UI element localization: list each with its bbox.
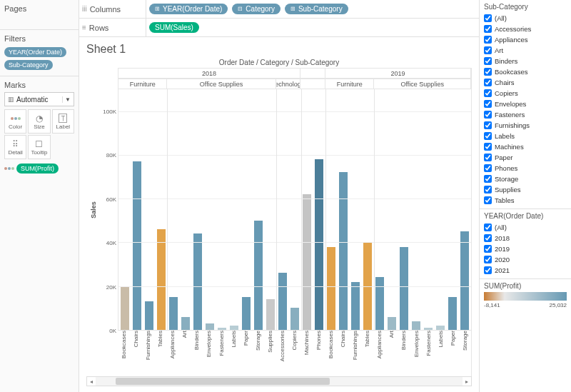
- subcategory-item[interactable]: Envelopes: [484, 99, 567, 109]
- mark-detail-button[interactable]: ⠿Detail: [4, 135, 26, 159]
- y-tick-label: 80K: [106, 152, 116, 159]
- checkbox[interactable]: [484, 186, 492, 194]
- subcategory-item[interactable]: Furnishings: [484, 120, 567, 131]
- pages-shelf[interactable]: Pages: [0, 0, 79, 30]
- checkbox[interactable]: [484, 175, 492, 183]
- year-item[interactable]: (All): [484, 222, 567, 233]
- checkbox[interactable]: [484, 68, 492, 76]
- bar[interactable]: [327, 247, 335, 330]
- year-item[interactable]: 2020: [484, 254, 567, 265]
- checkbox[interactable]: [484, 143, 492, 151]
- scroll-thumb[interactable]: [116, 378, 330, 385]
- checkbox[interactable]: [484, 234, 492, 242]
- bar[interactable]: [375, 277, 384, 330]
- year-item[interactable]: 2021: [484, 265, 567, 276]
- checkbox[interactable]: [484, 57, 492, 65]
- checkbox[interactable]: [484, 245, 492, 253]
- subcategory-item[interactable]: Bookcases: [484, 66, 567, 77]
- subcategory-item[interactable]: Fasteners: [484, 109, 567, 120]
- year-item[interactable]: 2019: [484, 243, 567, 254]
- subcategory-item[interactable]: Paper: [484, 152, 567, 163]
- bar[interactable]: [157, 229, 166, 330]
- scroll-left-icon[interactable]: ◂: [87, 378, 96, 385]
- checkbox[interactable]: [484, 111, 492, 119]
- subcategory-item[interactable]: Supplies: [484, 184, 567, 195]
- checkbox-label: Art: [495, 46, 503, 54]
- subcategory-item[interactable]: Phones: [484, 163, 567, 174]
- checkbox-label: Binders: [495, 57, 517, 65]
- subcategory-item[interactable]: Copiers: [484, 88, 567, 99]
- bar[interactable]: [121, 286, 129, 330]
- subcategory-item[interactable]: Binders: [484, 56, 567, 66]
- checkbox[interactable]: [484, 79, 492, 86]
- checkbox[interactable]: [484, 46, 492, 54]
- columns-shelf[interactable]: iiiColumns ⊞YEAR(Order Date)⊟Category⊞Su…: [79, 0, 479, 19]
- subcategory-item[interactable]: Accessories: [484, 24, 567, 34]
- checkbox[interactable]: [484, 266, 492, 274]
- subcategory-item[interactable]: Storage: [484, 174, 567, 184]
- subcategory-item[interactable]: Machines: [484, 141, 567, 152]
- rows-shelf[interactable]: ≡Rows SUM(Sales): [79, 19, 479, 37]
- bar[interactable]: [266, 299, 275, 330]
- scroll-track[interactable]: [96, 377, 463, 386]
- bar[interactable]: [242, 297, 251, 330]
- bar[interactable]: [303, 194, 311, 330]
- filter-pill[interactable]: YEAR(Order Date): [4, 47, 66, 57]
- bar[interactable]: [400, 247, 408, 330]
- column-pill[interactable]: ⊟Category: [232, 4, 281, 14]
- bar[interactable]: [315, 159, 323, 330]
- bar[interactable]: [193, 233, 202, 330]
- checkbox[interactable]: [484, 36, 492, 44]
- mark-type-dropdown[interactable]: ▥ Automatic ▼: [4, 92, 74, 106]
- filter-pill[interactable]: Sub-Category: [4, 60, 53, 70]
- subcategory-item[interactable]: Labels: [484, 131, 567, 141]
- checkbox[interactable]: [484, 121, 492, 129]
- subcategory-item[interactable]: Tables: [484, 195, 567, 206]
- year-item[interactable]: 2018: [484, 233, 567, 243]
- subcategory-item[interactable]: Art: [484, 45, 567, 56]
- column-pill[interactable]: ⊞YEAR(Order Date): [149, 4, 228, 14]
- checkbox[interactable]: [484, 164, 492, 172]
- profit-pill[interactable]: SUM(Profit): [16, 164, 59, 174]
- sheet-title[interactable]: Sheet 1: [86, 43, 472, 56]
- bar[interactable]: [339, 172, 348, 330]
- bar[interactable]: [133, 161, 141, 330]
- checkbox-label: Supplies: [495, 186, 520, 194]
- bar[interactable]: [145, 301, 153, 330]
- category-header: Furniture: [118, 79, 167, 89]
- bar[interactable]: [290, 308, 299, 330]
- mark-label-button[interactable]: 🅃Label: [52, 109, 74, 134]
- checkbox[interactable]: [484, 132, 492, 140]
- horizontal-scrollbar[interactable]: ◂ ▸: [86, 376, 472, 386]
- bar[interactable]: [448, 297, 457, 330]
- subcategory-item[interactable]: (All): [484, 13, 567, 24]
- profit-gradient-bar[interactable]: [484, 292, 567, 301]
- bar[interactable]: [169, 297, 178, 330]
- checkbox[interactable]: [484, 154, 492, 161]
- bar[interactable]: [351, 282, 360, 330]
- bar[interactable]: [206, 323, 214, 330]
- checkbox[interactable]: [484, 100, 492, 108]
- scroll-right-icon[interactable]: ▸: [463, 378, 471, 385]
- checkbox[interactable]: [484, 89, 492, 97]
- bar[interactable]: [388, 317, 396, 330]
- checkbox[interactable]: [484, 25, 492, 33]
- bar[interactable]: [412, 321, 420, 330]
- subcategory-item[interactable]: Appliances: [484, 34, 567, 45]
- mark-size-button[interactable]: ◔Size: [28, 109, 50, 134]
- bar[interactable]: [181, 317, 190, 330]
- row-pill[interactable]: SUM(Sales): [149, 22, 199, 33]
- bar[interactable]: [278, 273, 287, 330]
- mark-tooltip-button[interactable]: ☐Tooltip: [28, 135, 50, 159]
- checkbox[interactable]: [484, 14, 492, 22]
- mark-color-button[interactable]: Color: [4, 109, 26, 134]
- checkbox[interactable]: [484, 223, 492, 231]
- filters-shelf[interactable]: Filters YEAR(Order Date)Sub-Category: [0, 30, 79, 76]
- checkbox[interactable]: [484, 256, 492, 263]
- bar[interactable]: [460, 231, 469, 330]
- checkbox[interactable]: [484, 196, 492, 204]
- chart-plot[interactable]: [118, 89, 471, 331]
- column-pill[interactable]: ⊞Sub-Category: [285, 4, 348, 14]
- subcategory-item[interactable]: Chairs: [484, 77, 567, 88]
- bar[interactable]: [254, 221, 263, 330]
